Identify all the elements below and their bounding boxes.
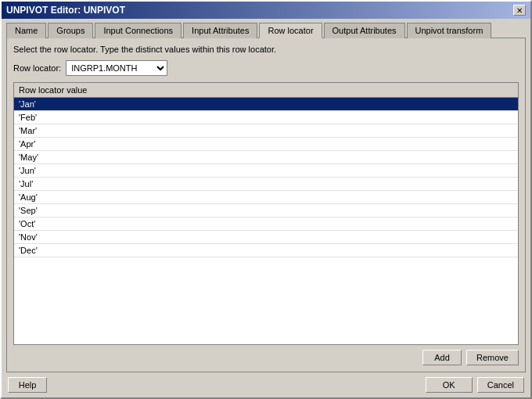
- table-row[interactable]: 'Feb': [14, 111, 518, 124]
- table-row[interactable]: 'May': [14, 151, 518, 164]
- remove-button[interactable]: Remove: [466, 350, 519, 365]
- table-row[interactable]: 'Sep': [14, 204, 518, 217]
- content-area: Select the row locator. Type the distinc…: [6, 38, 526, 372]
- tab-bar: Name Groups Input Connections Input Attr…: [2, 19, 530, 38]
- description-text: Select the row locator. Type the distinc…: [13, 45, 519, 54]
- table-row[interactable]: 'Aug': [14, 191, 518, 204]
- title-bar: UNPIVOT Editor: UNPIVOT ✕: [2, 2, 530, 19]
- close-button[interactable]: ✕: [513, 5, 526, 16]
- table-row[interactable]: 'Apr': [14, 138, 518, 151]
- row-locator-label: Row locator:: [13, 63, 61, 73]
- table-column-header: Row locator value: [14, 83, 518, 98]
- row-locator-dropdown[interactable]: INGRP1.MONTH: [66, 60, 167, 76]
- tab-name[interactable]: Name: [6, 23, 46, 38]
- row-locator-bar: Row locator: INGRP1.MONTH: [13, 60, 519, 76]
- table-row[interactable]: 'Nov': [14, 231, 518, 244]
- table-row[interactable]: 'Jul': [14, 178, 518, 191]
- table-row[interactable]: 'Jan': [14, 98, 518, 111]
- table-row[interactable]: 'Oct': [14, 217, 518, 231]
- table-row[interactable]: 'Dec': [14, 244, 518, 257]
- window-title: UNPIVOT Editor: UNPIVOT: [6, 5, 125, 16]
- ok-button[interactable]: OK: [426, 377, 473, 393]
- tab-input-connections[interactable]: Input Connections: [95, 23, 182, 38]
- tab-groups[interactable]: Groups: [48, 23, 93, 38]
- bottom-bar: Help OK Cancel: [2, 372, 530, 397]
- table-row[interactable]: 'Mar': [14, 124, 518, 138]
- tab-unpivot-transform[interactable]: Unpivot transform: [407, 23, 492, 38]
- help-button[interactable]: Help: [8, 377, 47, 393]
- add-remove-buttons: Add Remove: [13, 350, 519, 365]
- table-row[interactable]: 'Jun': [14, 164, 518, 178]
- row-locator-table: Row locator value 'Jan' 'Feb' 'Mar' 'Apr…: [13, 82, 519, 345]
- tab-row-locator[interactable]: Row locator: [259, 23, 322, 38]
- add-button[interactable]: Add: [422, 350, 462, 365]
- tab-input-attributes[interactable]: Input Attributes: [183, 23, 257, 38]
- tab-output-attributes[interactable]: Output Attributes: [324, 23, 405, 38]
- cancel-button[interactable]: Cancel: [477, 377, 524, 393]
- main-window: UNPIVOT Editor: UNPIVOT ✕ Name Groups In…: [0, 0, 532, 399]
